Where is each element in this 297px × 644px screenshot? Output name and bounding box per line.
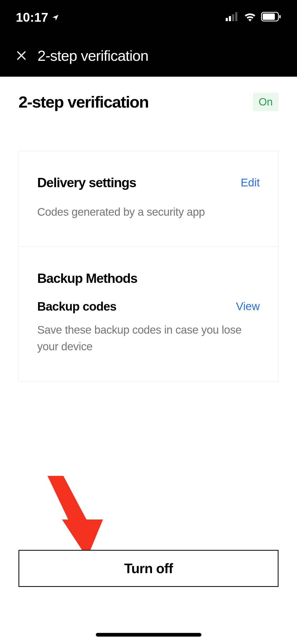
delivery-desc: Codes generated by a security app [37,204,260,220]
header-title: 2-step verification [37,47,148,64]
delivery-header-row: Delivery settings Edit [37,175,260,190]
battery-icon [261,12,281,22]
home-indicator[interactable] [96,633,201,637]
delivery-title: Delivery settings [37,175,136,190]
view-link[interactable]: View [236,300,260,313]
delivery-section: Delivery settings Edit Codes generated b… [19,151,278,247]
backup-codes-title: Backup codes [37,299,116,314]
bottom-button-container: Turn off [18,550,279,587]
backup-codes-row: Backup codes View [37,299,260,314]
svg-rect-3 [235,12,237,21]
status-badge: On [253,93,279,111]
turn-off-label: Turn off [124,560,173,576]
turn-off-button[interactable]: Turn off [18,550,279,587]
location-icon [51,10,59,25]
title-row: 2-step verification On [18,93,279,111]
backup-title: Backup Methods [37,271,260,286]
edit-link[interactable]: Edit [241,176,260,189]
svg-marker-9 [48,476,87,529]
svg-rect-6 [279,15,281,18]
svg-rect-5 [263,13,275,20]
backup-desc: Save these backup codes in case you lose… [37,321,260,355]
content: 2-step verification On Delivery settings… [0,77,297,381]
cellular-icon [226,12,239,22]
settings-card: Delivery settings Edit Codes generated b… [18,151,279,381]
wifi-icon [244,12,256,22]
status-right [226,12,281,22]
close-icon[interactable] [16,50,27,61]
svg-rect-0 [226,18,228,21]
page-title: 2-step verification [18,93,149,111]
backup-section: Backup Methods Backup codes View Save th… [19,247,278,381]
svg-rect-1 [229,16,231,21]
header-bar: 2-step verification [0,34,297,77]
status-time-group: 10:17 [16,10,59,25]
annotation-arrow-icon [45,476,103,562]
status-bar: 10:17 [0,0,297,34]
svg-rect-2 [232,14,234,21]
status-time: 10:17 [16,10,48,25]
